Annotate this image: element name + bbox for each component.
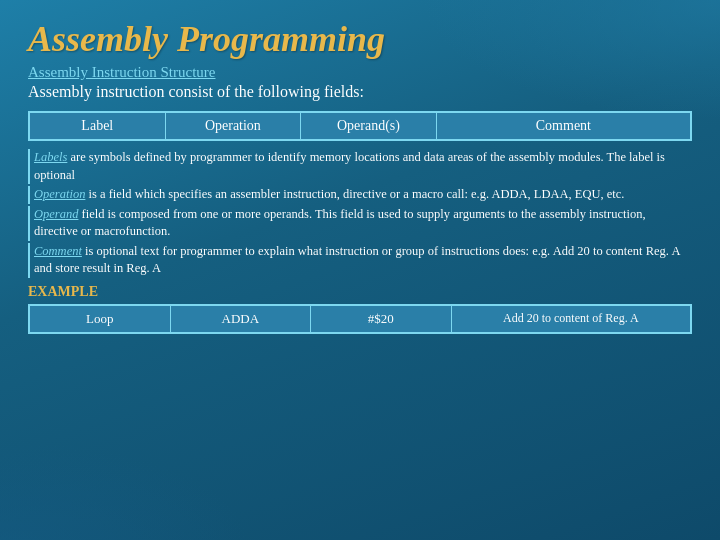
- main-container: Assembly Programming Assembly Instructio…: [0, 0, 720, 540]
- description-text: Assembly instruction consist of the foll…: [28, 83, 692, 101]
- example-comment: Add 20 to content of Reg. A: [452, 306, 690, 332]
- info-block-labels: Labels are symbols defined by programmer…: [28, 149, 692, 184]
- info-text-labels: are symbols defined by programmer to ide…: [34, 150, 665, 182]
- example-adda: ADDA: [171, 306, 312, 332]
- fields-table: Label Operation Operand(s) Comment: [28, 111, 692, 141]
- field-label: Label: [30, 113, 166, 139]
- main-title: Assembly Programming: [28, 18, 692, 60]
- term-operand: Operand: [34, 207, 78, 221]
- info-text-operand: field is composed from one or more opera…: [34, 207, 646, 239]
- info-text-comment: is optional text for programmer to expla…: [34, 244, 680, 276]
- field-operation: Operation: [166, 113, 302, 139]
- example-operand: #$20: [311, 306, 452, 332]
- term-operation: Operation: [34, 187, 85, 201]
- info-text-operation: is a field which specifies an assembler …: [85, 187, 624, 201]
- subtitle-link[interactable]: Assembly Instruction Structure: [28, 64, 692, 81]
- info-block-comment: Comment is optional text for programmer …: [28, 243, 692, 278]
- info-section: Labels are symbols defined by programmer…: [28, 149, 692, 278]
- term-comment: Comment: [34, 244, 82, 258]
- field-comment: Comment: [437, 113, 690, 139]
- field-operand: Operand(s): [301, 113, 437, 139]
- example-label: EXAMPLE: [28, 284, 692, 300]
- example-loop: Loop: [30, 306, 171, 332]
- example-table: Loop ADDA #$20 Add 20 to content of Reg.…: [28, 304, 692, 334]
- info-block-operand: Operand field is composed from one or mo…: [28, 206, 692, 241]
- info-block-operation: Operation is a field which specifies an …: [28, 186, 692, 204]
- term-labels: Labels: [34, 150, 67, 164]
